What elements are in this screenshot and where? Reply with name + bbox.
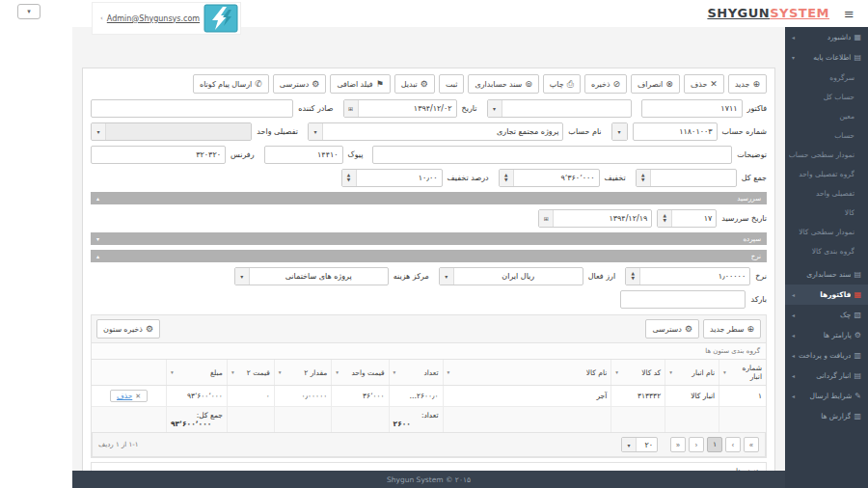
rate-field[interactable]: ▲▼ ۱٫۰۰۰۰۰ [625,267,750,285]
chevron-down-icon[interactable]: ▾ [309,123,323,140]
invoice-number-field[interactable] [641,99,743,118]
discount-field[interactable]: ▲▼ ۹٬۳۶۰٬۰۰۰ [499,169,600,187]
convert-button[interactable]: ⚙ تبدیل [394,74,435,94]
date-field[interactable]: ⊞ ۱۳۹۴/۱۲/۰۲ [343,99,457,118]
grid-group-hint[interactable]: گروه بندی ستون ها [91,342,767,359]
chevron-down-icon[interactable]: ▾ [235,268,250,285]
discount-percent-field[interactable]: ▲▼ ۱۰٫۰۰ [341,169,443,187]
sidebar-item-shipping-terms[interactable]: ✎ شرایط ارسال ◂ [785,386,868,406]
send-sms-button[interactable]: ✆ ارسال پیام کوتاه [193,74,269,94]
save-button[interactable]: ⊘ ذخیره [584,74,627,94]
filter-caret-icon[interactable]: ▾ [723,369,726,375]
page-size-select[interactable]: ▾ ۲۰ [621,437,658,452]
new-grid-row-button[interactable]: ⊕ سطر جدید [703,319,761,339]
sidebar-item-stocktaking[interactable]: ▤ انبار گردانی ◂ [785,366,868,386]
rate-section-header[interactable]: نرخ ▴ [91,250,767,262]
col-goods-name[interactable]: نام کالا▾ [443,360,611,385]
account-number-dropdown[interactable]: ▾ [611,122,628,141]
sidebar-item-cheque[interactable]: ▧ چک ◂ [785,305,868,325]
col-goods-code[interactable]: کد کالا▾ [610,360,665,385]
invoice-type-select[interactable]: ▾ [487,99,632,118]
col-quantity2[interactable]: مقدار ۲▾ [274,360,331,385]
sidebar-subitem-head-group[interactable]: سرگروه [789,68,854,87]
pager-page-1-button[interactable]: ۱ [707,437,722,452]
delete-button[interactable]: ✕ حذف [684,74,724,94]
due-days-field[interactable]: ▲▼ ۱۷ [657,209,717,228]
unit-detail-select[interactable]: ▾ [91,122,252,141]
hamburger-menu-icon[interactable]: ≡ [844,7,854,21]
col-unit-price[interactable]: قیمت واحد▾ [331,360,388,385]
sidebar-item-dashboard[interactable]: ▦ داشبورد ◂ [785,27,868,47]
spinner-icon[interactable]: ▲▼ [658,210,672,227]
grand-total-field[interactable]: ▲▼ [636,169,737,187]
accounting-doc-button[interactable]: ⊚ سند حسابداری [468,74,538,94]
sidebar-subitem-account-level-chart[interactable]: نمودار سطحی حساب [789,145,854,164]
print-button[interactable]: ⎙ چاپ [543,74,581,94]
filter-caret-icon[interactable]: ▾ [669,369,672,375]
admin-email-link[interactable]: Admin@Shygunsys.com [107,14,200,23]
due-section-header[interactable]: سررسید ▴ [91,192,767,204]
spinner-icon[interactable]: ▲▼ [342,170,357,186]
spinner-icon[interactable]: ▲▼ [500,170,514,186]
grid-access-button[interactable]: ⚙ دسترسی [645,319,699,339]
pager-first-button[interactable]: » [744,437,759,452]
pager-prev-button[interactable]: › [725,437,741,452]
pager-next-button[interactable]: ‹ [689,437,704,452]
row-delete-button[interactable]: ✕ حذف [110,390,148,402]
col-price2[interactable]: قیمت ۲▾ [227,360,274,385]
chevron-down-icon[interactable]: ▾ [612,123,627,140]
col-warehouse-name[interactable]: نام انبار▾ [665,360,719,385]
calendar-icon[interactable]: ⊞ [344,100,359,117]
chevron-down-icon[interactable]: ▾ [440,268,454,285]
register-button[interactable]: ثبت [439,74,465,94]
col-quantity[interactable]: تعداد▾ [389,360,443,385]
reference-field[interactable] [91,146,226,164]
spinner-icon[interactable]: ▲▼ [637,170,651,186]
new-button[interactable]: ⊕ جدید [728,74,767,94]
sidebar-subitem-moein[interactable]: معین [789,106,854,125]
calendar-icon[interactable]: ⊞ [539,210,554,227]
filter-caret-icon[interactable]: ▾ [279,369,282,375]
brand-title[interactable]: SHYGUNSYSTEM [707,6,829,20]
due-date-field[interactable]: ⊞ ۱۳۹۴/۱۲/۱۹ [538,209,652,228]
sidebar-item-reports[interactable]: ▥ گزارش ها [785,406,868,426]
filter-caret-icon[interactable]: ▾ [393,369,396,375]
sidebar-item-parameters[interactable]: ⚙ پارامتر ها ◂ [785,325,868,345]
quick-select[interactable]: ▾ [17,4,41,19]
sidebar-subitem-goods-grouping[interactable]: گروه بندی کالا [789,241,854,260]
sidebar-subitem-goods-level-chart[interactable]: نمودار سطحی کالا [789,222,854,241]
deposit-section-header[interactable]: سپرده ▾ [91,232,767,245]
table-row[interactable]: ۱ انبار کالا ۳۱۳۳۳۲ آجر …۲۶۰۰٫۰ ۳۶٬۰۰۰ ۰… [92,386,766,407]
cancel-button[interactable]: ⊗ انصراف [631,74,680,94]
account-number-field[interactable] [633,122,718,141]
filter-caret-icon[interactable]: ▾ [336,369,339,375]
peyvak-field[interactable] [264,146,343,164]
filter-caret-icon[interactable]: ▾ [231,369,234,375]
filter-caret-icon[interactable]: ▾ [615,369,618,375]
issuer-field[interactable] [91,99,293,118]
cost-center-select[interactable]: ▾ پروژه های ساختمانی [234,267,389,285]
sidebar-item-receipts-payments[interactable]: ▥ دریافت و پرداخت ◂ [785,345,868,366]
filter-caret-icon[interactable]: ▾ [171,369,174,375]
chevron-down-icon[interactable]: ▾ [92,123,106,140]
description-field[interactable] [372,146,732,164]
sidebar-subitem-unit-detail[interactable]: تفصیلی واحد [789,183,854,203]
chevron-down-icon[interactable]: ▾ [488,100,502,117]
active-currency-select[interactable]: ▾ ریال ایران [439,267,583,285]
col-warehouse-no[interactable]: شماره انبار▾ [719,360,766,385]
col-amount[interactable]: مبلغ▾ [166,360,227,385]
extra-field-button[interactable]: ⚑ فیلد اضافی [330,74,390,94]
sidebar-item-invoices[interactable]: ▦ فاکتورها ◂ [785,285,868,305]
sidebar-subitem-gl-account[interactable]: حساب کل [789,87,854,106]
sidebar-item-base-info[interactable]: ▤ اطلاعات پایه ▾ [785,47,868,68]
spinner-icon[interactable]: ▲▼ [626,268,640,285]
pager-last-button[interactable]: « [670,437,686,452]
sidebar-subitem-unit-detail-group[interactable]: گروه تفصیلی واحد [789,164,854,183]
chevron-down-icon[interactable]: ▾ [622,438,637,451]
sidebar-subitem-account[interactable]: حساب [789,125,854,145]
access-button[interactable]: ⚙ دسترسی [273,74,327,94]
save-columns-button[interactable]: ⚙ ذخیره ستون [96,319,160,339]
account-name-combo[interactable]: ▾ پروژه مجتمع تجاری [308,122,563,141]
filter-caret-icon[interactable]: ▾ [448,369,450,375]
barcode-field[interactable] [620,290,746,309]
